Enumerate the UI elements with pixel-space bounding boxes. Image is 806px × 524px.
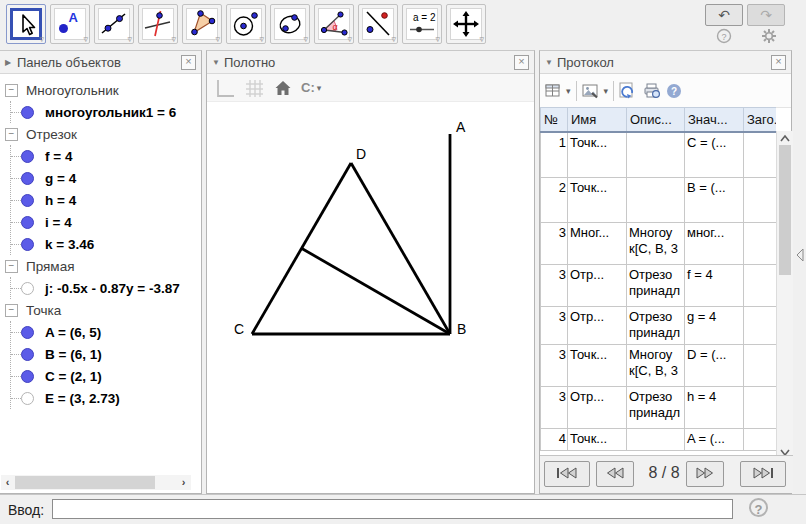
- object-definition[interactable]: i = 4: [45, 215, 72, 230]
- tool-perpendicular-button[interactable]: ▿: [138, 4, 178, 44]
- grid-toggle-icon[interactable]: [243, 77, 265, 99]
- vertical-scrollbar[interactable]: [776, 131, 793, 458]
- visibility-dot[interactable]: [21, 238, 34, 251]
- object-definition[interactable]: j: -0.5x - 0.87y = -3.87: [45, 281, 180, 296]
- tool-move-button[interactable]: ▿: [6, 4, 46, 44]
- protocol-column-header[interactable]: Имя: [568, 108, 627, 133]
- chevron-down-icon[interactable]: ▾: [566, 86, 571, 96]
- tree-object-row[interactable]: B = (6, 1): [11, 343, 201, 365]
- undo-button[interactable]: ↶: [705, 4, 743, 26]
- tool-reflect-button[interactable]: ▿: [358, 4, 398, 44]
- tree-object-row[interactable]: f = 4: [11, 145, 201, 167]
- tree-object-row[interactable]: C = (2, 1): [11, 365, 201, 387]
- protocol-row[interactable]: 4Точк...A = (...: [541, 429, 777, 451]
- chevron-down-icon[interactable]: ▾: [604, 86, 609, 96]
- visibility-dot[interactable]: [21, 194, 34, 207]
- object-definition[interactable]: E = (3, 2.73): [45, 391, 120, 406]
- refresh-icon[interactable]: [619, 82, 638, 100]
- visibility-dot[interactable]: [21, 172, 34, 185]
- horizontal-scrollbar[interactable]: ‹ ›: [1, 475, 191, 490]
- tree-object-row[interactable]: g = 4: [11, 167, 201, 189]
- collapse-toggle-icon[interactable]: −: [5, 84, 18, 97]
- object-definition[interactable]: B = (6, 1): [45, 347, 102, 362]
- protocol-row[interactable]: 1Точк...C = (...: [541, 132, 777, 178]
- redo-button[interactable]: ↷: [747, 4, 785, 26]
- tool-line-button[interactable]: ▿: [94, 4, 134, 44]
- point-label-C[interactable]: C: [234, 321, 244, 337]
- protocol-column-header[interactable]: Знач...: [685, 108, 744, 133]
- protocol-row[interactable]: 3Отр...Отрезопринадлf = 4: [541, 265, 777, 307]
- visibility-dot[interactable]: [21, 216, 34, 229]
- tool-point-button[interactable]: A▿: [50, 4, 90, 44]
- first-step-button[interactable]: [544, 461, 590, 487]
- command-input[interactable]: [52, 499, 733, 519]
- object-definition[interactable]: h = 4: [45, 193, 76, 208]
- point-label-A[interactable]: A: [456, 119, 466, 135]
- print-preview-icon[interactable]: [643, 82, 661, 99]
- protocol-row[interactable]: 3Точк...Многоук[C, B, 3D = (...: [541, 345, 777, 387]
- collapse-toggle-icon[interactable]: −: [5, 260, 18, 273]
- object-definition[interactable]: C = (2, 1): [45, 369, 102, 384]
- panel-collapse-handle[interactable]: [795, 247, 805, 263]
- columns-icon[interactable]: [545, 83, 561, 99]
- visibility-dot[interactable]: [21, 282, 34, 295]
- last-step-button[interactable]: [740, 461, 786, 487]
- tree-object-row[interactable]: многоугольник1 = 6: [11, 101, 201, 123]
- tree-object-row[interactable]: i = 4: [11, 211, 201, 233]
- visibility-dot[interactable]: [21, 326, 34, 339]
- tool-angle-button[interactable]: α▿: [314, 4, 354, 44]
- object-definition[interactable]: k = 3.46: [45, 237, 94, 252]
- close-icon[interactable]: ×: [514, 55, 529, 70]
- tree-object-row[interactable]: E = (3, 2.73): [11, 387, 201, 409]
- tool-circle-button[interactable]: ▿: [226, 4, 266, 44]
- object-definition[interactable]: g = 4: [45, 171, 76, 186]
- visibility-dot[interactable]: [21, 150, 34, 163]
- visibility-dot[interactable]: [21, 106, 34, 119]
- scroll-left-icon[interactable]: ‹: [1, 475, 14, 490]
- previous-step-button[interactable]: [596, 461, 634, 487]
- object-definition[interactable]: f = 4: [45, 149, 72, 164]
- panel-collapse-arrow-icon[interactable]: ▼: [212, 58, 224, 67]
- point-label-B[interactable]: B: [457, 321, 466, 337]
- close-icon[interactable]: ×: [771, 55, 786, 70]
- export-image-icon[interactable]: [582, 83, 599, 99]
- point-label-D[interactable]: D: [356, 146, 366, 162]
- axes-toggle-icon[interactable]: [213, 77, 235, 99]
- visibility-dot[interactable]: [21, 370, 34, 383]
- protocol-column-header[interactable]: Опис...: [627, 108, 685, 133]
- tree-object-row[interactable]: h = 4: [11, 189, 201, 211]
- next-step-button[interactable]: [686, 461, 724, 487]
- scroll-right-icon[interactable]: ›: [177, 475, 190, 490]
- scrollbar-thumb[interactable]: [779, 145, 791, 275]
- protocol-row[interactable]: 2Точк...B = (...: [541, 178, 777, 223]
- capture-point-menu[interactable]: C: ▾: [301, 80, 321, 95]
- input-help-icon[interactable]: ?: [749, 498, 768, 517]
- close-icon[interactable]: ×: [181, 55, 196, 70]
- protocol-column-header[interactable]: Заго...: [744, 108, 777, 133]
- protocol-row[interactable]: 3Мног...Многоук[C, B, 3мног...: [541, 223, 777, 265]
- geometry-drawing[interactable]: ADCB: [207, 101, 534, 493]
- segment[interactable]: [301, 248, 450, 334]
- settings-gear-icon[interactable]: [761, 28, 777, 44]
- protocol-row[interactable]: 3Отр...Отрезопринадлg = 4: [541, 307, 777, 345]
- scrollbar-thumb[interactable]: [15, 476, 155, 489]
- protocol-column-header[interactable]: №: [541, 108, 568, 133]
- protocol-help-icon[interactable]: ?: [666, 83, 682, 99]
- tree-object-row[interactable]: A = (6, 5): [11, 321, 201, 343]
- panel-expand-arrow-icon[interactable]: ▶: [5, 58, 17, 67]
- tool-conic-button[interactable]: ▿: [270, 4, 310, 44]
- tool-slider-button[interactable]: a = 2▿: [402, 4, 442, 44]
- protocol-row[interactable]: 3Отр...Отрезопринадлh = 4: [541, 387, 777, 429]
- segment[interactable]: [351, 163, 450, 334]
- collapse-toggle-icon[interactable]: −: [5, 304, 18, 317]
- collapse-toggle-icon[interactable]: −: [5, 128, 18, 141]
- tool-polygon-button[interactable]: ▿: [182, 4, 222, 44]
- object-definition[interactable]: многоугольник1 = 6: [45, 105, 176, 120]
- home-view-icon[interactable]: [273, 78, 293, 98]
- tool-move-canvas-button[interactable]: ▿: [446, 4, 486, 44]
- visibility-dot[interactable]: [21, 392, 34, 405]
- scroll-up-icon[interactable]: [778, 131, 792, 144]
- visibility-dot[interactable]: [21, 348, 34, 361]
- help-icon[interactable]: ?: [716, 28, 732, 44]
- tree-object-row[interactable]: j: -0.5x - 0.87y = -3.87: [11, 277, 201, 299]
